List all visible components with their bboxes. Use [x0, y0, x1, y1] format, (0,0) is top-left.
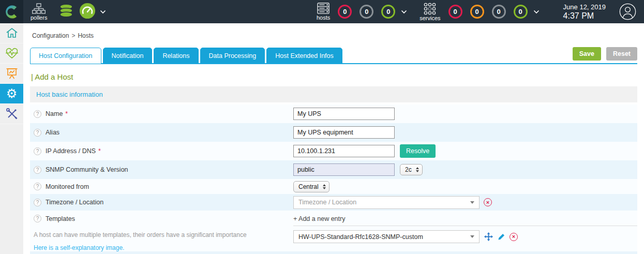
- user-avatar-icon: [619, 3, 636, 20]
- hosts-menu[interactable]: hosts: [317, 3, 330, 21]
- name-label: Name: [46, 110, 63, 117]
- help-icon[interactable]: ?: [34, 215, 41, 222]
- sidebar: ⚙: [0, 23, 23, 254]
- tab-host-configuration[interactable]: Host Configuration: [30, 48, 101, 64]
- timezone-clear-icon[interactable]: ×: [484, 198, 492, 206]
- tab-host-extended-infos[interactable]: Host Extended Infos: [266, 48, 342, 64]
- breadcrumb-separator: >: [71, 32, 75, 39]
- form-row-monitored-from: ? Monitored from Central: [30, 179, 637, 194]
- services-ok-counter[interactable]: 0: [514, 5, 528, 19]
- sidebar-item-configuration[interactable]: ⚙: [0, 84, 23, 103]
- template-selected-value: HW-UPS-Standard-Rfc1628-SNMP-custom: [298, 233, 423, 241]
- templates-help-text: A host can have multiple templates, thei…: [34, 231, 247, 238]
- snmp-community-input[interactable]: [293, 163, 395, 176]
- top-bar: pollers: [0, 0, 644, 23]
- form-action-buttons: Save Reset: [573, 47, 637, 61]
- monitored-from-label: Monitored from: [46, 183, 89, 190]
- help-icon[interactable]: ?: [34, 199, 41, 206]
- breadcrumb-hosts[interactable]: Hosts: [78, 32, 94, 39]
- current-date: June 12, 2019: [563, 3, 606, 11]
- tab-data-processing[interactable]: Data Processing: [200, 48, 265, 64]
- tab-relations[interactable]: Relations: [154, 48, 198, 64]
- services-status-group: services 0 0 0 0: [420, 3, 539, 21]
- form-row-alias: ? Alias: [30, 123, 637, 142]
- tabs: Host Configuration Notification Relation…: [30, 48, 342, 64]
- pollers-menu[interactable]: pollers: [31, 3, 47, 21]
- user-profile-button[interactable]: [619, 3, 636, 20]
- name-input[interactable]: [293, 108, 395, 120]
- hosts-up-counter[interactable]: 0: [381, 5, 395, 19]
- sidebar-item-administration[interactable]: [0, 104, 23, 124]
- hosts-icon: [317, 3, 330, 14]
- hosts-label: hosts: [317, 15, 330, 21]
- timezone-label: Timezone / Location: [46, 199, 103, 206]
- help-icon[interactable]: ?: [34, 110, 41, 118]
- template-move-icon[interactable]: [484, 232, 493, 241]
- pollers-icon: [32, 3, 46, 14]
- alias-input[interactable]: [293, 126, 395, 139]
- hosts-chevron-icon[interactable]: [401, 10, 407, 14]
- presentation-chart-icon: [6, 67, 18, 80]
- current-time: 4:37 PM: [563, 11, 606, 21]
- snmp-label: SNMP Community & Version: [46, 166, 128, 173]
- template-edit-icon[interactable]: [498, 233, 505, 241]
- tab-row: Host Configuration Notification Relation…: [30, 47, 637, 64]
- snmp-version-select[interactable]: 2c: [400, 164, 423, 175]
- form-row-create-services: ? Create Services linked to the Template…: [30, 251, 637, 254]
- help-icon[interactable]: ?: [34, 183, 41, 190]
- hosts-down-counter[interactable]: 0: [338, 5, 352, 19]
- form-row-templates: ? Templates A host can have multiple tem…: [30, 211, 637, 251]
- services-chevron-icon[interactable]: [533, 10, 540, 14]
- centreon-logo[interactable]: [0, 0, 23, 23]
- clock: June 12, 2019 4:37 PM: [563, 3, 606, 21]
- help-icon[interactable]: ?: [34, 166, 41, 174]
- save-button[interactable]: Save: [573, 47, 601, 61]
- help-icon[interactable]: ?: [34, 147, 41, 155]
- resolve-button[interactable]: Resolve: [400, 144, 436, 158]
- templates-example-link[interactable]: Here is a self-explanatory image.: [34, 244, 124, 251]
- section-header-host-basic-information: Host basic information: [30, 86, 637, 102]
- timezone-dropdown[interactable]: Timezone / Location: [293, 196, 480, 209]
- snmp-version-value: 2c: [405, 166, 412, 173]
- sidebar-item-reporting[interactable]: [0, 64, 23, 83]
- monitored-from-select[interactable]: Central: [293, 181, 330, 192]
- centreon-logo-icon: [4, 4, 20, 20]
- ip-address-label: IP Address / DNS: [46, 147, 96, 155]
- ip-address-input[interactable]: [293, 145, 395, 157]
- centreon-app: pollers: [0, 0, 644, 254]
- services-warning-counter[interactable]: 0: [470, 5, 484, 19]
- services-menu[interactable]: services: [420, 3, 440, 21]
- monitored-from-value: Central: [298, 183, 319, 190]
- services-label: services: [420, 16, 440, 21]
- database-status-icon[interactable]: [58, 3, 74, 21]
- sidebar-filler: [0, 124, 23, 254]
- poller-menu-chevron-icon[interactable]: [100, 10, 106, 14]
- reset-button[interactable]: Reset: [606, 47, 637, 61]
- form-row-timezone: ? Timezone / Location Timezone / Locatio…: [30, 194, 637, 211]
- sidebar-item-monitoring[interactable]: [0, 43, 23, 63]
- form-row-name: ? Name *: [30, 104, 637, 123]
- breadcrumb: Configuration>Hosts: [30, 32, 637, 39]
- tab-notification[interactable]: Notification: [103, 48, 153, 64]
- alias-label: Alias: [46, 129, 59, 136]
- timezone-placeholder: Timezone / Location: [298, 199, 356, 206]
- help-icon[interactable]: ?: [34, 129, 41, 137]
- breadcrumb-configuration[interactable]: Configuration: [32, 32, 69, 39]
- add-template-entry-link[interactable]: + Add a new entry: [293, 211, 637, 226]
- gauge-status-icon[interactable]: [79, 3, 96, 21]
- dropdown-caret-icon: [470, 235, 474, 238]
- main-shell: ⚙ Configuration>Hosts Host Config: [0, 23, 644, 254]
- services-critical-counter[interactable]: 0: [448, 5, 462, 19]
- select-spinner-icon: [323, 184, 326, 189]
- services-unknown-counter[interactable]: 0: [492, 5, 506, 19]
- template-dropdown[interactable]: HW-UPS-Standard-Rfc1628-SNMP-custom: [293, 230, 480, 243]
- page-title: | Add a Host: [31, 72, 636, 81]
- hosts-unreachable-counter[interactable]: 0: [360, 5, 373, 19]
- templates-label: Templates: [46, 215, 75, 222]
- dropdown-caret-icon: [470, 201, 474, 204]
- template-delete-icon[interactable]: ×: [510, 233, 518, 241]
- services-icon: [423, 3, 437, 15]
- tools-icon: [6, 108, 18, 120]
- select-spinner-icon: [416, 167, 419, 172]
- sidebar-item-home[interactable]: [0, 23, 23, 43]
